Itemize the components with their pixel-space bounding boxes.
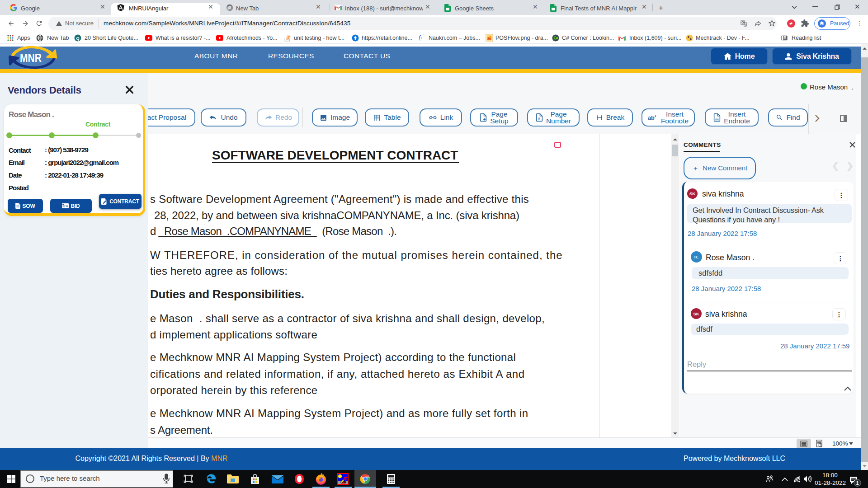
svg-text:G: G xyxy=(741,21,744,24)
svg-text:文: 文 xyxy=(745,23,747,26)
svg-text:(ii): (ii) xyxy=(715,118,718,121)
svg-text:Q: Q xyxy=(76,36,79,41)
svg-text:MNR: MNR xyxy=(20,51,42,65)
svg-text:ab: ab xyxy=(648,115,655,121)
svg-text:1: 1 xyxy=(654,114,656,118)
svg-text:#: # xyxy=(538,117,540,121)
svg-text:1: 1 xyxy=(856,480,859,486)
